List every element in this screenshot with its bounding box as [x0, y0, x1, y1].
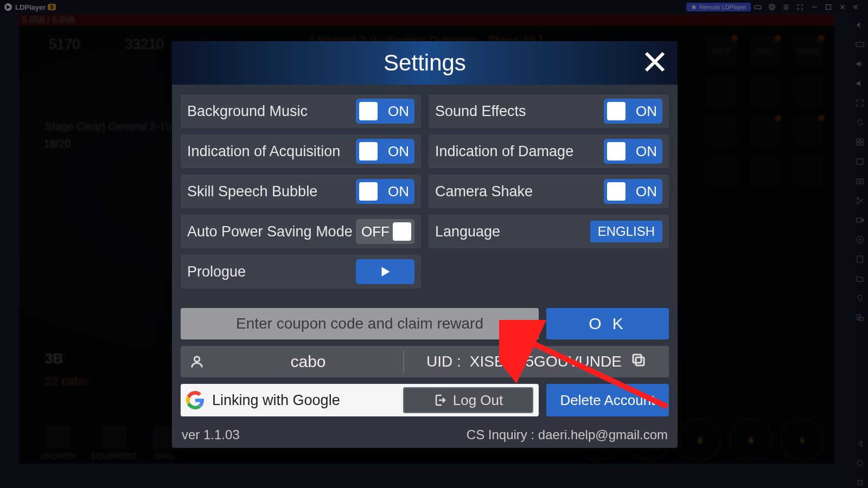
uid-label: UID : — [426, 353, 461, 370]
prologue-play-button[interactable] — [356, 259, 414, 284]
setting-label: Prologue — [187, 264, 246, 280]
toggle-sound-effects[interactable]: ON — [604, 99, 662, 124]
user-icon — [181, 354, 213, 369]
setting-label: Auto Power Saving Mode — [187, 223, 353, 240]
setting-damage: Indication of Damage ON — [429, 134, 669, 168]
logout-button[interactable]: Log Out — [403, 387, 533, 413]
setting-background-music: Background Music ON — [181, 94, 421, 128]
coupon-ok-button[interactable]: O K — [546, 308, 669, 339]
delete-account-button[interactable]: Delete Account — [546, 384, 669, 416]
svg-point-24 — [194, 357, 199, 362]
setting-skill-bubble: Skill Speech Bubble ON — [181, 175, 421, 208]
setting-prologue: Prologue — [181, 255, 421, 288]
toggle-skill-bubble[interactable]: ON — [356, 179, 414, 204]
setting-label: Indication of Acquisition — [187, 143, 340, 160]
toggle-camera-shake[interactable]: ON — [604, 179, 662, 204]
setting-power-save: Auto Power Saving Mode OFF — [181, 215, 421, 248]
user-name: cabo — [213, 351, 404, 373]
setting-label: Background Music — [187, 103, 308, 120]
language-selector[interactable]: ENGLISH — [590, 221, 662, 242]
setting-label: Camera Shake — [435, 183, 533, 200]
svg-rect-25 — [636, 357, 644, 365]
toggle-acquisition[interactable]: ON — [356, 139, 414, 164]
logout-label: Log Out — [453, 392, 503, 409]
settings-modal: Settings Background Music ON Sound Effec… — [172, 41, 678, 448]
toggle-background-music[interactable]: ON — [356, 99, 414, 124]
setting-sound-effects: Sound Effects ON — [429, 94, 669, 128]
setting-label: Skill Speech Bubble — [187, 183, 317, 200]
version-text: ver 1.1.03 — [182, 427, 240, 442]
google-link-label: Linking with Google — [212, 392, 395, 409]
toggle-power-save[interactable]: OFF — [356, 219, 414, 244]
setting-language: Language ENGLISH — [429, 215, 669, 248]
setting-label: Language — [435, 223, 500, 240]
svg-rect-26 — [633, 355, 641, 363]
setting-label: Indication of Damage — [435, 143, 573, 160]
uid-value: XISBKN5GOUVUNDE — [470, 353, 622, 370]
setting-camera-shake: Camera Shake ON — [429, 175, 669, 208]
google-link-panel: Linking with Google Log Out — [181, 384, 539, 416]
user-info-row: cabo UID : XISBKN5GOUVUNDE — [181, 346, 669, 377]
modal-title: Settings — [384, 50, 466, 76]
setting-acquisition: Indication of Acquisition ON — [181, 134, 421, 168]
svg-marker-23 — [382, 267, 390, 276]
close-button[interactable] — [640, 47, 670, 77]
google-logo-icon — [186, 391, 205, 409]
modal-header: Settings — [172, 41, 678, 85]
coupon-code-input[interactable] — [181, 308, 539, 339]
copy-uid-button[interactable] — [630, 352, 647, 372]
cs-inquiry-text: CS Inquiry : daeri.help@gmail.com — [467, 427, 668, 442]
setting-label: Sound Effects — [435, 103, 526, 120]
toggle-damage[interactable]: ON — [604, 139, 662, 164]
